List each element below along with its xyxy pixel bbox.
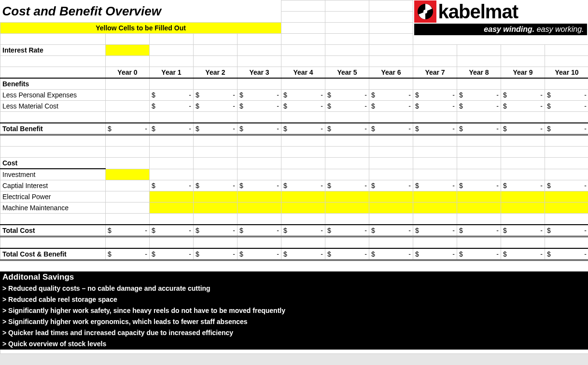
investment-input[interactable] xyxy=(106,169,150,180)
savings-line: > Quick overview of stock levels xyxy=(0,338,588,350)
brand-logo: kabelmat® easy winding. easy working. xyxy=(414,0,587,35)
row-electrical-power: Electrical Power xyxy=(0,191,588,203)
page-title: Cost and Benefit Overview xyxy=(0,0,281,23)
tagline-bold: easy winding. xyxy=(484,25,534,33)
interest-rate-label: Interest Rate xyxy=(0,45,106,56)
tagline-light: easy working. xyxy=(537,25,584,33)
cost-header: Cost xyxy=(0,158,106,169)
row-total-benefit: Total Benefit $- $- $- $- $- $- $- $- $-… xyxy=(0,123,588,135)
year-header-row: Year 0 Year 1 Year 2 Year 3 Year 4 Year … xyxy=(0,67,588,79)
row-less-material: Less Material Cost $- $- $- $- $- $- $- … xyxy=(0,101,588,112)
spreadsheet-table: Cost and Benefit Overview kabelmat® xyxy=(0,0,588,365)
subtitle: Yellow Cells to be Filled Out xyxy=(0,23,281,34)
savings-line: > Quicker lead times and increased capac… xyxy=(0,327,588,338)
savings-title: Additonal Savings xyxy=(0,272,588,283)
row-investment: Investment xyxy=(0,169,588,180)
row-less-personal: Less Personal Expenses $- $- $- $- $- $-… xyxy=(0,90,588,101)
savings-line: > Reduced cable reel storage space xyxy=(0,294,588,305)
svg-point-1 xyxy=(423,10,427,14)
savings-line: > Significantly higher work ergonomics, … xyxy=(0,316,588,327)
row-total-cost-benefit: Total Cost & Benefit $- $- $- $- $- $- $… xyxy=(0,248,588,260)
logo-icon xyxy=(414,0,436,23)
savings-line: > Reduced quality costs – no cable damag… xyxy=(0,283,588,294)
row-machine-maintenance: Machine Maintenance xyxy=(0,203,588,214)
savings-line: > Significantly higher work safety, sinc… xyxy=(0,305,588,316)
benefits-header: Benefits xyxy=(0,78,106,90)
interest-rate-input[interactable] xyxy=(106,45,150,56)
row-capital-interest: Captial Interest $- $- $- $- $- $- $- $-… xyxy=(0,180,588,191)
row-total-cost: Total Cost $- $- $- $- $- $- $- $- $- $-… xyxy=(0,225,588,237)
